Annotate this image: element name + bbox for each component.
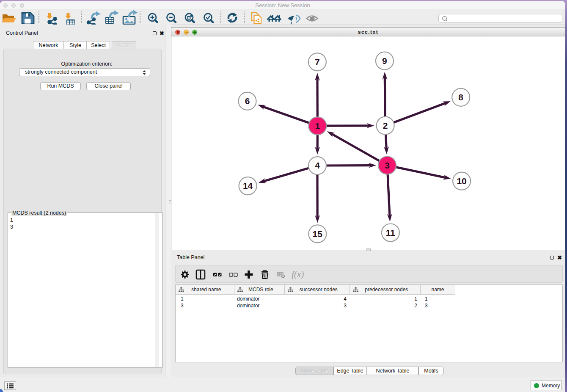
svg-text:f(x): f(x) <box>292 269 304 279</box>
svg-text:6: 6 <box>245 96 250 106</box>
svg-text:11: 11 <box>386 228 396 237</box>
svg-text:9: 9 <box>382 56 387 66</box>
svg-text:7: 7 <box>315 57 320 67</box>
svg-text:14: 14 <box>243 181 253 190</box>
svg-text:8: 8 <box>458 92 463 102</box>
svg-text:15: 15 <box>313 229 323 239</box>
svg-text:1: 1 <box>315 121 320 131</box>
svg-text:4: 4 <box>315 160 320 170</box>
svg-text:3: 3 <box>385 160 390 170</box>
svg-text:2: 2 <box>383 121 388 130</box>
svg-text:10: 10 <box>457 176 466 186</box>
